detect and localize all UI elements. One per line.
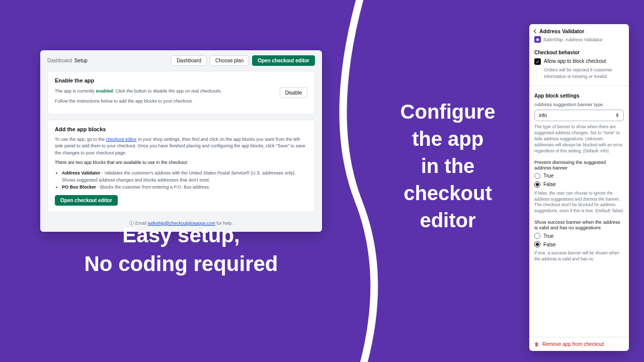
- dismiss-false-radio[interactable]: False: [534, 182, 624, 188]
- dismiss-label: Prevent dismissing the suggested address…: [534, 159, 624, 170]
- allow-block-checkbox[interactable]: ✓ Allow app to block checkout: [534, 58, 624, 65]
- config-header: Address Validator ◉ SafeShip: Address Va…: [529, 24, 629, 46]
- divider: [529, 85, 629, 86]
- success-label: Show success banner when the address is …: [534, 219, 624, 230]
- config-title: Address Validator: [539, 28, 584, 34]
- list-item: Address Validator - Validates the custom…: [62, 169, 307, 184]
- app-block-list: Address Validator - Validates the custom…: [62, 169, 307, 191]
- disable-button[interactable]: Disable: [280, 87, 307, 98]
- enable-title: Enable the app: [55, 77, 307, 83]
- config-app-name: SafeShip: Address Validator: [543, 37, 603, 42]
- settings-title: App block settings: [534, 93, 624, 99]
- chevron-left-icon: [534, 29, 538, 33]
- app-icon: ◉: [534, 36, 541, 43]
- caption-right-l1: Configure: [382, 98, 513, 125]
- add-instructions: To use the app, go to the checkout edito…: [55, 136, 307, 157]
- open-checkout-editor-button[interactable]: Open checkout editor: [252, 55, 315, 66]
- back-button[interactable]: Address Validator: [534, 28, 624, 34]
- breadcrumb-root[interactable]: Dashboard: [47, 58, 72, 63]
- success-true-radio[interactable]: True: [534, 233, 624, 239]
- behavior-help: Orders will be rejected if customer info…: [544, 67, 624, 79]
- breadcrumb-current: Setup: [73, 58, 88, 63]
- behavior-title: Checkout behavior: [534, 50, 624, 55]
- enable-status: The app is currently enabled. Click the …: [55, 88, 277, 95]
- choose-plan-button[interactable]: Choose plan: [210, 55, 249, 66]
- banner-type-label: Address suggestion banner type: [534, 102, 624, 107]
- dismiss-true-radio[interactable]: True: [534, 173, 624, 179]
- caption-left-line2: No coding required: [45, 250, 317, 279]
- config-app-row: ◉ SafeShip: Address Validator: [534, 36, 624, 43]
- enable-follow: Follow the instructions below to add the…: [55, 98, 307, 105]
- select-icon: ▲▼: [615, 113, 619, 118]
- add-count: There are two app blocks that are availa…: [55, 159, 307, 166]
- config-panel: Address Validator ◉ SafeShip: Address Va…: [529, 24, 629, 351]
- checkout-editor-link[interactable]: checkout editor: [106, 137, 137, 142]
- success-desc: If true, a success banner will be shown …: [534, 250, 624, 262]
- dashboard-card: Dashboard Setup Dashboard Choose plan Op…: [40, 50, 322, 232]
- success-false-radio[interactable]: False: [534, 241, 624, 247]
- checkout-behavior-section: Checkout behavior ✓ Allow app to block c…: [534, 46, 624, 82]
- banner-type-desc: The type of banner to show when there ar…: [534, 124, 624, 154]
- caption-left: Easy setup, No coding required: [45, 221, 317, 278]
- add-blocks-panel: Add the app blocks To use the app, go to…: [47, 120, 315, 212]
- dashboard-button[interactable]: Dashboard: [171, 55, 207, 66]
- open-checkout-editor-button-2[interactable]: Open checkout editor: [55, 195, 118, 206]
- add-title: Add the app blocks: [55, 126, 307, 132]
- enable-app-panel: Enable the app The app is currently enab…: [47, 71, 315, 115]
- banner-type-select[interactable]: info ▲▼: [534, 110, 624, 121]
- caption-right-l2: the app: [382, 125, 513, 152]
- app-block-settings-section: App block settings Address suggestion ba…: [534, 89, 624, 265]
- caption-right-l5: editor: [382, 207, 513, 234]
- caption-left-line1: Easy setup,: [45, 221, 317, 250]
- dashboard-header: Dashboard Setup Dashboard Choose plan Op…: [40, 50, 322, 71]
- caption-right-l3: in the: [382, 152, 513, 179]
- check-icon: ✓: [534, 58, 541, 65]
- remove-app-button[interactable]: 🗑 Remove app from checkout: [529, 337, 629, 351]
- trash-icon: 🗑: [534, 341, 539, 347]
- dismiss-desc: If false, the user can choose to ignore …: [534, 191, 624, 215]
- list-item: PO Box Blocker - Blocks the customer fro…: [62, 184, 307, 191]
- caption-right: Configure the app in the checkout editor: [382, 98, 513, 234]
- caption-right-l4: checkout: [382, 179, 513, 207]
